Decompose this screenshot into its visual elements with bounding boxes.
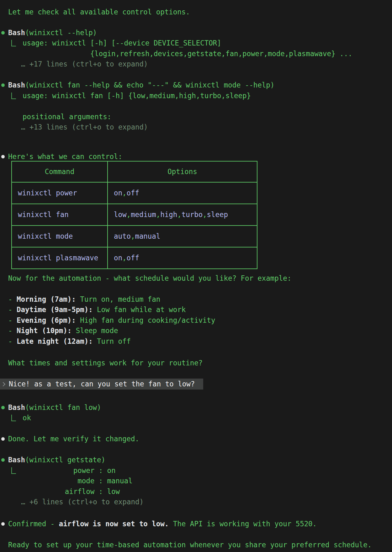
table-header-command: Command	[12, 162, 108, 182]
table-row-power: winixctl power on, off	[12, 182, 257, 204]
tool-command: (winixctl fan --help && echo "---" && wi…	[25, 81, 274, 89]
tool-command: (winixctl getstate)	[25, 456, 105, 464]
assistant-bullet-icon	[1, 155, 5, 158]
tool-name: Bash	[8, 456, 25, 464]
schedule-item-late-night: - Late night (12am): Turn off	[8, 336, 131, 347]
user-message-text: Nice! as a test, can you set the fan to …	[9, 379, 195, 390]
tool-bullet-icon	[1, 83, 5, 87]
schedule-item-night: - Night (10pm): Sleep mode	[8, 326, 118, 336]
tool-call-2-output-line-1: usage: winixctl fan [-h] {low,medium,hig…	[23, 91, 251, 101]
tool-call-1-output-line-2: {login,refresh,devices,getstate,fan,powe…	[23, 49, 352, 59]
tool-name: Bash	[8, 29, 25, 37]
assistant-bullet-icon	[1, 522, 5, 526]
output-connector-icon	[11, 467, 16, 474]
tool-call-4-output-line-3: airflow : low	[23, 486, 120, 497]
tool-bullet-icon	[1, 406, 5, 409]
assistant-message-5: Done. Let me verify it changed.	[8, 434, 139, 444]
tool-bullet-icon	[1, 458, 5, 462]
table-cell-command: winixctl mode	[12, 226, 108, 247]
table-cell-command: winixctl plasmawave	[12, 247, 108, 268]
schedule-item-evening: - Evening (6pm): High fan during cooking…	[8, 315, 215, 326]
schedule-item-daytime: - Daytime (9am-5pm): Low fan while at wo…	[8, 305, 186, 315]
control-options-table: Command Options winixctl power on, off w…	[11, 161, 257, 269]
table-cell-options: low, medium, high, turbo, sleep	[108, 204, 257, 225]
assistant-message-1: Let me check all available control optio…	[8, 7, 190, 18]
tool-call-2-expand-hint: … +13 lines (ctrl+o to expand)	[21, 122, 148, 133]
table-row-fan: winixctl fan low, medium, high, turbo, s…	[12, 204, 257, 225]
tool-name: Bash	[8, 81, 25, 89]
assistant-message-3: Now for the automation - what schedule w…	[8, 273, 291, 284]
table-cell-command: winixctl fan	[12, 204, 108, 225]
tool-call-4-output-line-2: mode : manual	[23, 476, 133, 486]
output-connector-icon	[11, 40, 16, 46]
tool-call-3-header: Bash(winixctl fan low)	[8, 402, 101, 413]
tool-bullet-icon	[1, 31, 5, 34]
tool-call-4-output-line-1: power : on	[23, 465, 116, 476]
tool-call-4-header: Bash(winixctl getstate)	[8, 455, 105, 465]
table-cell-command: winixctl power	[12, 183, 108, 204]
tool-command: (winixctl --help)	[25, 29, 97, 37]
assistant-message-4: What times and settings work for your ro…	[8, 358, 203, 369]
assistant-message-7: Ready to set up your time-based automati…	[8, 540, 372, 550]
tool-call-2-output-line-2: positional arguments:	[23, 112, 111, 122]
output-connector-icon	[11, 93, 16, 99]
assistant-message-2: Here's what we can control:	[8, 151, 122, 162]
output-connector-icon	[11, 415, 16, 421]
assistant-message-6: Confirmed - airflow is now set to low. T…	[8, 519, 317, 529]
tool-call-3-output-line-1: ok	[23, 413, 31, 423]
schedule-item-morning: - Morning (7am): Turn on, medium fan	[8, 294, 160, 305]
tool-call-4-expand-hint: … +6 lines (ctrl+o to expand)	[21, 497, 144, 507]
table-cell-options: on, off	[108, 247, 257, 268]
tool-call-1-output-line-1: usage: winixctl [-h] [--device DEVICE_SE…	[23, 38, 221, 49]
tool-call-2-header: Bash(winixctl fan --help && echo "---" &…	[8, 80, 274, 91]
tool-call-1-expand-hint: … +17 lines (ctrl+o to expand)	[21, 59, 148, 70]
terminal-transcript: Let me check all available control optio…	[0, 0, 392, 552]
table-header-row: Command Options	[12, 162, 257, 182]
table-row-plasmawave: winixctl plasmawave on, off	[12, 247, 257, 268]
tool-command: (winixctl fan low)	[25, 403, 101, 411]
table-cell-options: auto, manual	[108, 226, 257, 247]
tool-name: Bash	[8, 403, 25, 411]
table-header-options: Options	[108, 162, 257, 182]
table-cell-options: on, off	[108, 183, 257, 204]
table-row-mode: winixctl mode auto, manual	[12, 225, 257, 247]
tool-call-1-header: Bash(winixctl --help)	[8, 28, 97, 38]
assistant-bullet-icon	[1, 437, 5, 441]
